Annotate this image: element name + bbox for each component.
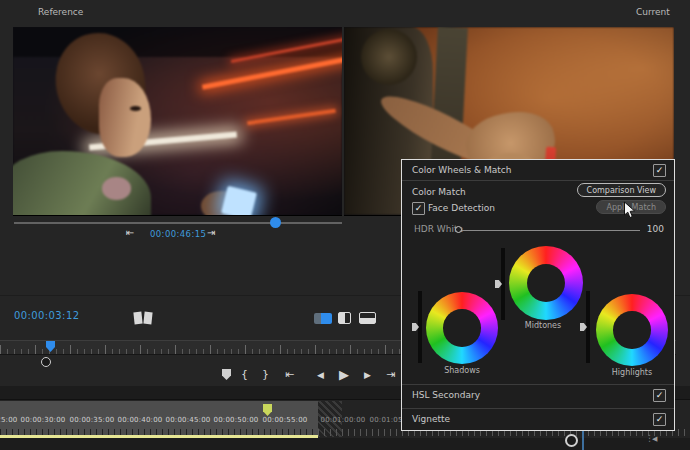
midtones-luma-handle[interactable] [495,280,502,288]
face-detection-checkbox[interactable]: ✓ [412,202,425,215]
timeline-playhead-line[interactable] [582,431,584,450]
side-by-side-view-button[interactable] [314,313,332,324]
shadows-color-wheel[interactable] [426,292,498,364]
comparison-view-button[interactable]: Comparison View [577,183,666,197]
check-icon: ✓ [415,203,423,213]
reference-go-to-in-button[interactable]: ⇤ [126,227,134,238]
current-label: Current [636,7,670,17]
mouse-cursor [623,201,636,220]
scroll-left-arrow-icon[interactable]: ◀ [652,435,657,443]
ruler-label: 00:00:35:00 [69,416,115,424]
highlights-luma-slider[interactable] [586,291,590,363]
shadows-luma-handle[interactable] [412,323,419,331]
hdr-white-slider-handle[interactable] [455,226,462,233]
timeline-marker-icon[interactable] [565,434,578,447]
midtones-color-wheel[interactable] [509,246,583,320]
hdr-white-value: 100 [647,224,664,234]
mark-in-button[interactable]: { [241,368,248,381]
panel-title: Color Wheels & Match [412,165,511,175]
ruler-label: 00:00:40:00 [117,416,163,424]
reference-video-art [13,27,342,215]
highlights-luma-handle[interactable] [580,323,587,331]
lumetri-color-wheels-panel: Color Wheels & Match ✓ Color Match Compa… [401,159,675,431]
mark-out-button[interactable]: } [262,368,269,381]
program-timecode[interactable]: 00:00:03:12 [14,310,79,321]
ruler-label: 00:00:45:00 [165,416,211,424]
ruler-label: 00:00:50:00 [213,416,259,424]
vignette-label: Vignette [412,414,450,424]
step-forward-button[interactable]: ▶ [364,370,371,380]
scrubber-playhead[interactable] [270,217,281,228]
go-to-in-button[interactable]: ⇤ [285,368,294,381]
vignette-enable-checkbox[interactable]: ✓ [653,413,666,426]
timeline-lower-track [0,438,690,450]
shadows-luma-slider[interactable] [418,291,422,363]
reference-label: Reference [38,7,83,17]
reference-video-frame [13,27,342,216]
ruler-label: 00:00:25:00 [0,416,18,424]
add-marker-button[interactable] [222,369,231,380]
ruler-label: 00:00:55:00 [262,416,308,424]
hdr-white-slider[interactable] [458,230,640,231]
hsl-secondary-label: HSL Secondary [412,390,480,400]
hsl-secondary-enable-checkbox[interactable]: ✓ [653,389,666,402]
shadows-label: Shadows [422,366,502,375]
play-button[interactable]: ▶ [339,367,349,382]
color-match-label: Color Match [412,187,466,197]
ruler-label: 00:01:00:00 [320,416,366,424]
premiere-comparison-view: Reference Current [0,0,690,450]
step-back-button[interactable]: ◀ [317,370,324,380]
vertical-split-view-button[interactable] [338,312,351,324]
highlights-label: Highlights [592,368,672,377]
work-area-bar[interactable] [0,435,318,438]
check-icon: ✓ [656,390,664,400]
midtones-label: Midtones [503,321,583,330]
comparison-view-icon[interactable] [134,311,154,325]
go-to-out-button[interactable]: ⇥ [386,368,395,381]
face-detection-label: Face Detection [428,203,495,213]
horizontal-split-view-button[interactable] [359,312,376,324]
check-icon: ✓ [656,414,664,424]
reference-timecode[interactable]: 00:00:46:15 [150,229,206,239]
check-icon: ✓ [656,165,664,175]
reference-scrubber[interactable] [14,217,342,229]
color-wheels-enable-checkbox[interactable]: ✓ [653,164,666,177]
scrubber-track[interactable] [14,222,342,224]
highlights-color-wheel[interactable] [596,294,668,366]
ruler-label: 00:00:30:00 [20,416,66,424]
reference-go-to-out-button[interactable]: ⇥ [207,227,215,238]
midtones-luma-slider[interactable] [501,248,505,320]
preview-marker-icon[interactable] [41,357,51,367]
